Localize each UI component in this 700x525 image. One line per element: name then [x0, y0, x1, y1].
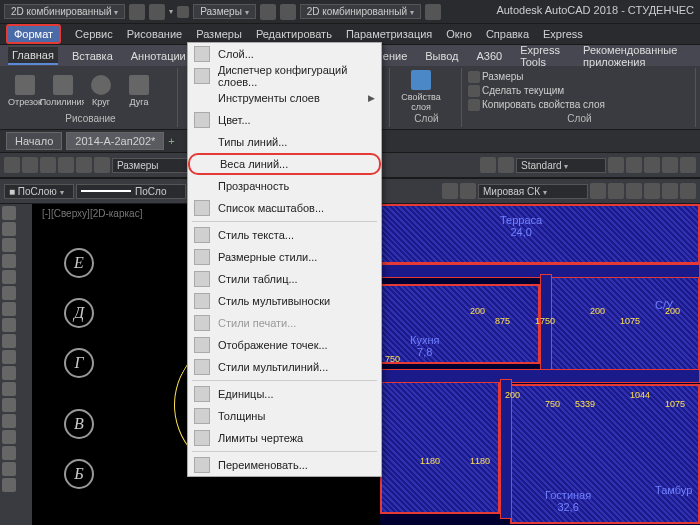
vtool-icon[interactable]	[2, 334, 16, 348]
file-tab[interactable]: 2014-А-2ап202*	[66, 132, 164, 150]
menu-edit[interactable]: Редактировать	[256, 28, 332, 40]
tool-icon[interactable]	[644, 157, 660, 173]
tool-icon[interactable]	[498, 157, 514, 173]
vtool-icon[interactable]	[2, 302, 16, 316]
menu-item[interactable]: Переименовать...	[188, 454, 381, 476]
ucs-dropdown[interactable]: Мировая СК ▾	[478, 184, 588, 199]
tool-icon[interactable]	[662, 183, 678, 199]
vtool-icon[interactable]	[2, 446, 16, 460]
layer-properties-button[interactable]: Свойства слоя	[396, 69, 446, 113]
menu-item[interactable]: Лимиты чертежа	[188, 427, 381, 449]
menu-window[interactable]: Окно	[446, 28, 472, 40]
vtool-icon[interactable]	[2, 430, 16, 444]
vtool-icon[interactable]	[2, 238, 16, 252]
arc-button[interactable]: Дуга	[122, 69, 156, 113]
menu-item[interactable]: Типы линий...	[188, 131, 381, 153]
tool-icon[interactable]	[680, 183, 696, 199]
vtool-icon[interactable]	[2, 398, 16, 412]
tab-a360[interactable]: A360	[473, 48, 507, 64]
vtool-icon[interactable]	[2, 366, 16, 380]
tab-express[interactable]: Express Tools	[516, 42, 569, 70]
menu-item[interactable]: Инструменты слоев▶	[188, 87, 381, 109]
vtool-icon[interactable]	[2, 206, 16, 220]
vtool-icon[interactable]	[2, 350, 16, 364]
new-tab-button[interactable]: +	[168, 135, 174, 147]
dim-icon[interactable]	[177, 6, 189, 18]
tool-icon[interactable]	[22, 157, 38, 173]
menu-help[interactable]: Справка	[486, 28, 529, 40]
tab-featured[interactable]: Рекомендованные приложения	[579, 42, 692, 70]
tool-icon[interactable]	[626, 157, 642, 173]
tool-icon[interactable]	[442, 183, 458, 199]
menu-item[interactable]: Прозрачность	[188, 175, 381, 197]
tool-icon[interactable]	[480, 157, 496, 173]
viewport-label[interactable]: [-][Сверху][2D-каркас]	[42, 208, 142, 219]
menu-item[interactable]: Слой...	[188, 43, 381, 65]
polyline-button[interactable]: Полилиния	[46, 69, 80, 113]
tab-annotate[interactable]: Аннотации	[127, 48, 190, 64]
menu-item[interactable]: Стиль мультивыноски	[188, 290, 381, 312]
vtool-icon[interactable]	[2, 270, 16, 284]
menu-item[interactable]: Стиль текста...	[188, 224, 381, 246]
menu-express[interactable]: Express	[543, 28, 583, 40]
make-current-row[interactable]: Сделать текущим	[468, 85, 605, 97]
menu-item[interactable]: Список масштабов...	[188, 197, 381, 219]
vtool-icon[interactable]	[2, 462, 16, 476]
tool-icon[interactable]	[626, 183, 642, 199]
vtool-icon[interactable]	[2, 222, 16, 236]
size-field[interactable]: Размеры	[112, 158, 192, 173]
dimensions-row[interactable]: Размеры	[468, 71, 605, 83]
menu-item[interactable]: Веса линий...	[188, 153, 381, 175]
menu-dimensions[interactable]: Размеры	[196, 28, 242, 40]
circle-button[interactable]: Круг	[84, 69, 118, 113]
menu-format[interactable]: Формат	[6, 24, 61, 44]
menu-draw[interactable]: Рисование	[127, 28, 182, 40]
tool-icon[interactable]	[680, 157, 696, 173]
tab-insert[interactable]: Вставка	[68, 48, 117, 64]
menu-item[interactable]: Диспетчер конфигураций слоев...	[188, 65, 381, 87]
copy-layer-props-row[interactable]: Копировать свойства слоя	[468, 99, 605, 111]
vtool-icon[interactable]	[2, 254, 16, 268]
color-bylayer[interactable]: ■ ПоСлою ▾	[4, 184, 74, 199]
line-button[interactable]: Отрезок	[8, 69, 42, 113]
linetype-bylayer[interactable]: ПоСло	[76, 184, 186, 199]
tool-icon[interactable]	[644, 183, 660, 199]
tool-icon[interactable]	[58, 157, 74, 173]
vtool-icon[interactable]	[2, 478, 16, 492]
qat-icon[interactable]	[149, 4, 165, 20]
vtool-icon[interactable]	[2, 414, 16, 428]
menu-item[interactable]: Размерные стили...	[188, 246, 381, 268]
vtool-icon[interactable]	[2, 382, 16, 396]
dimensions-dropdown[interactable]: Размеры ▾	[193, 4, 255, 19]
tab-home[interactable]: Главная	[8, 47, 58, 65]
tool-icon[interactable]	[662, 157, 678, 173]
menu-item[interactable]: Стили мультилиний...	[188, 356, 381, 378]
tool-icon[interactable]	[608, 157, 624, 173]
qat-icon[interactable]	[280, 4, 296, 20]
qat-icon[interactable]	[260, 4, 276, 20]
vtool-icon[interactable]	[2, 318, 16, 332]
visual-style-dropdown-1[interactable]: 2D комбинированный ▾	[4, 4, 125, 19]
menu-item[interactable]: Единицы...	[188, 383, 381, 405]
menu-service[interactable]: Сервис	[75, 28, 113, 40]
tool-icon[interactable]	[40, 157, 56, 173]
start-tab[interactable]: Начало	[6, 132, 62, 150]
menu-parametric[interactable]: Параметризация	[346, 28, 432, 40]
tool-icon[interactable]	[4, 157, 20, 173]
visual-style-dropdown-2[interactable]: 2D комбинированный ▾	[300, 4, 421, 19]
menu-item[interactable]: Толщины	[188, 405, 381, 427]
tool-icon[interactable]	[460, 183, 476, 199]
panel-title-layer: Слой	[396, 113, 457, 127]
textstyle-dropdown[interactable]: Standard ▾	[516, 158, 606, 173]
vtool-icon[interactable]	[2, 286, 16, 300]
tool-icon[interactable]	[94, 157, 110, 173]
menu-item[interactable]: Цвет...	[188, 109, 381, 131]
tab-output[interactable]: Вывод	[421, 48, 462, 64]
menu-item[interactable]: Отображение точек...	[188, 334, 381, 356]
qat-icon[interactable]	[425, 4, 441, 20]
menu-item[interactable]: Стили таблиц...	[188, 268, 381, 290]
tool-icon[interactable]	[590, 183, 606, 199]
tool-icon[interactable]	[608, 183, 624, 199]
qat-icon[interactable]	[129, 4, 145, 20]
tool-icon[interactable]	[76, 157, 92, 173]
